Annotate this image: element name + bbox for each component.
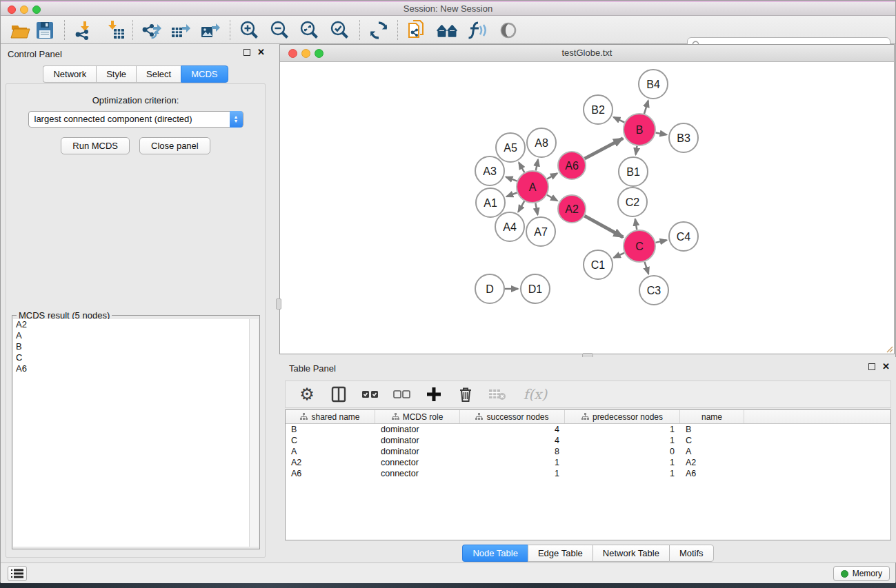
result-item[interactable]: C (13, 352, 250, 363)
graph-edge-A-A2[interactable] (547, 195, 557, 201)
graph-edge-A-A4[interactable] (518, 201, 524, 212)
table-cell[interactable]: 1 (565, 468, 680, 479)
graph-edge-A-A5[interactable] (519, 163, 524, 172)
table-cell[interactable]: dominator (375, 424, 460, 435)
graph-edge-C-C3[interactable] (644, 262, 648, 274)
column-header-name[interactable]: name (680, 410, 744, 423)
graph-edge-A6-B[interactable] (585, 139, 624, 159)
close-window-icon[interactable] (8, 6, 16, 14)
tab-node-table[interactable]: Node Table (462, 545, 528, 562)
export-table-icon[interactable] (170, 19, 192, 41)
show-columns-icon[interactable] (330, 385, 348, 403)
tab-select[interactable]: Select (136, 65, 181, 83)
graph-edge-A-A8[interactable] (536, 159, 538, 170)
graph-edge-A-A7[interactable] (535, 203, 537, 215)
result-item[interactable]: B (13, 341, 250, 352)
table-cell[interactable]: 1 (565, 435, 680, 446)
column-header-successor-nodes[interactable]: successor nodes (460, 410, 565, 423)
save-session-icon[interactable] (34, 19, 56, 41)
add-column-icon[interactable] (425, 385, 443, 403)
resize-grip-icon[interactable] (885, 345, 893, 353)
table-cell[interactable]: 0 (565, 446, 680, 457)
table-row[interactable]: Cdominator41C (286, 435, 890, 446)
table-row[interactable]: Bdominator41B (286, 424, 890, 435)
close-panel-button[interactable]: Close panel (139, 137, 210, 154)
function-waves-icon[interactable] (466, 19, 488, 41)
table-cell[interactable]: dominator (375, 435, 460, 446)
graph-edge-B-B4[interactable] (644, 101, 648, 114)
task-history-button[interactable] (8, 566, 27, 581)
network-zoom-icon[interactable] (315, 49, 323, 58)
table-cell[interactable]: C (286, 435, 375, 446)
close-panel-icon[interactable]: ✕ (257, 49, 265, 56)
settings-gear-icon[interactable]: ⚙ (298, 385, 316, 403)
tab-motifs[interactable]: Motifs (669, 545, 714, 562)
cybrowser-home-icon[interactable] (436, 19, 458, 41)
run-mcds-button[interactable]: Run MCDS (61, 137, 130, 154)
column-header-shared-name[interactable]: shared name (286, 410, 375, 423)
window-titlebar[interactable]: Session: New Session (1, 1, 895, 16)
network-close-icon[interactable] (288, 49, 297, 58)
zoom-window-icon[interactable] (32, 6, 41, 14)
tab-network[interactable]: Network (43, 65, 96, 83)
select-all-icon[interactable] (361, 385, 379, 403)
export-network-icon[interactable] (140, 19, 162, 41)
zoom-out-icon[interactable] (269, 19, 291, 41)
float-table-panel-icon[interactable] (868, 363, 875, 370)
table-row[interactable]: A2connector11A2 (286, 457, 890, 468)
panel-divider-grip[interactable] (276, 298, 281, 310)
table-row[interactable]: Adominator80A (286, 446, 890, 457)
table-cell[interactable]: 1 (460, 468, 565, 479)
table-cell[interactable]: B (286, 424, 375, 435)
result-item[interactable]: A2 (13, 319, 250, 330)
memory-button[interactable]: Memory (833, 566, 890, 581)
table-cell[interactable]: B (680, 424, 744, 435)
table-cell[interactable]: 1 (460, 457, 565, 468)
table-cell[interactable]: connector (375, 457, 460, 468)
optimization-criterion-select[interactable]: largest connected component (directed) ▲… (28, 111, 243, 128)
table-cell[interactable]: A2 (680, 457, 744, 468)
graph-edge-B-B2[interactable] (614, 117, 625, 123)
table-row[interactable]: A6connector11A6 (286, 468, 890, 479)
graph-edge-A-A1[interactable] (506, 192, 517, 196)
graph-edge-B-B3[interactable] (656, 132, 667, 134)
table-cell[interactable]: 8 (460, 446, 565, 457)
export-image-icon[interactable] (199, 19, 221, 41)
tab-network-table[interactable]: Network Table (593, 545, 669, 562)
network-minimize-icon[interactable] (301, 49, 310, 58)
import-network-icon[interactable] (72, 19, 94, 41)
show-hide-graphics-icon[interactable] (497, 19, 519, 41)
network-canvas[interactable]: B4B2BB3A8A5A6A3B1AA1C2A2A4A7C4CC1C3DD1 (280, 62, 894, 354)
network-window-titlebar[interactable]: testGlobe.txt (280, 45, 894, 62)
tab-mcds[interactable]: MCDS (181, 65, 228, 83)
table-cell[interactable]: C (680, 435, 744, 446)
table-cell[interactable]: A2 (286, 457, 375, 468)
tab-style[interactable]: Style (96, 65, 136, 83)
zoom-in-icon[interactable] (239, 19, 261, 41)
graph-edge-A2-C[interactable] (584, 216, 623, 237)
zoom-fit-icon[interactable] (299, 19, 321, 41)
table-cell[interactable]: A6 (680, 468, 744, 479)
float-panel-icon[interactable] (243, 49, 250, 56)
graph-edge-C-C4[interactable] (655, 240, 666, 243)
mcds-result-list[interactable]: A2ABCA6 (13, 319, 250, 547)
column-header-predecessor-nodes[interactable]: predecessor nodes (565, 410, 680, 423)
graph-edge-A-A6[interactable] (547, 173, 557, 179)
zoom-selected-icon[interactable] (329, 19, 351, 41)
table-cell[interactable]: 4 (460, 435, 565, 446)
refresh-icon[interactable] (368, 19, 390, 41)
new-network-from-selection-icon[interactable] (406, 19, 428, 41)
import-table-icon[interactable] (104, 19, 126, 41)
delete-column-icon[interactable] (457, 385, 475, 403)
deselect-all-icon[interactable] (393, 385, 411, 403)
result-scrollbar[interactable] (249, 319, 259, 547)
network-graph[interactable]: B4B2BB3A8A5A6A3B1AA1C2A2A4A7C4CC1C3DD1 (280, 62, 894, 354)
table-cell[interactable]: dominator (375, 446, 460, 457)
table-cell[interactable]: 1 (565, 424, 680, 435)
result-item[interactable]: A (13, 330, 250, 341)
table-cell[interactable]: 4 (460, 424, 565, 435)
table-cell[interactable]: A (680, 446, 744, 457)
column-header-MCDS-role[interactable]: MCDS role (375, 410, 460, 423)
result-item[interactable]: A6 (13, 363, 250, 374)
table-cell[interactable]: A (286, 446, 375, 457)
